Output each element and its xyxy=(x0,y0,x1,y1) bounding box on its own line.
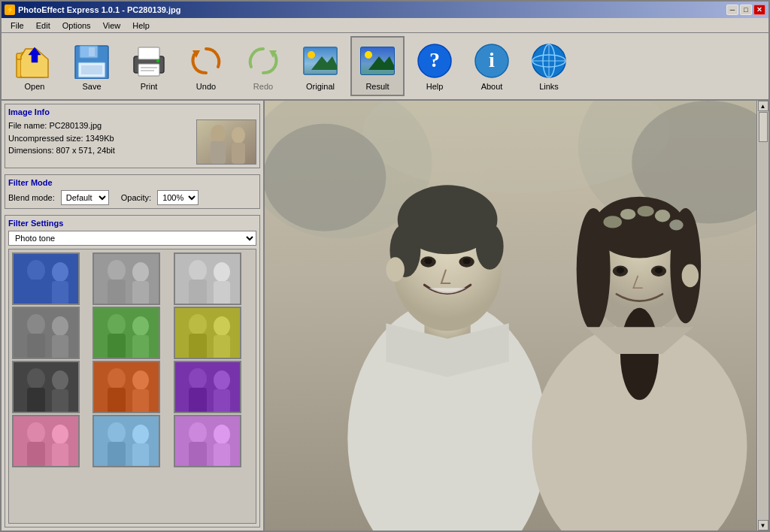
redo-label: Redo xyxy=(253,82,273,91)
undo-label: Undo xyxy=(196,82,216,91)
save-button[interactable]: Save xyxy=(65,36,119,96)
open-label: Open xyxy=(25,82,45,91)
menu-file[interactable]: File xyxy=(5,20,30,32)
svg-point-82 xyxy=(189,368,207,389)
svg-point-126 xyxy=(620,209,635,219)
dimensions-row: Dimensions: 807 x 571, 24bit xyxy=(8,144,190,157)
svg-point-72 xyxy=(27,368,45,389)
about-label: About xyxy=(481,82,503,91)
filter-thumb-5[interactable] xyxy=(92,307,160,359)
svg-rect-43 xyxy=(27,280,45,305)
help-button[interactable]: ? Help xyxy=(408,36,462,96)
svg-rect-50 xyxy=(132,281,149,305)
right-scrollbar[interactable]: ▲ ▼ xyxy=(756,101,768,530)
svg-point-129 xyxy=(669,219,683,230)
svg-rect-90 xyxy=(52,443,68,467)
redo-button[interactable]: Redo xyxy=(236,36,290,96)
links-icon xyxy=(529,41,568,80)
filter-mode-row: Blend mode: Default Normal Multiply Scre… xyxy=(8,190,256,205)
toolbar: Open Save xyxy=(2,33,768,101)
filter-thumb-11[interactable] xyxy=(92,415,160,467)
filter-thumb-7[interactable] xyxy=(12,361,80,413)
filter-thumb-6[interactable] xyxy=(174,307,241,359)
close-button[interactable]: ✕ xyxy=(753,5,765,15)
svg-rect-10 xyxy=(81,65,102,74)
svg-point-22 xyxy=(308,51,315,59)
svg-rect-91 xyxy=(94,416,160,467)
svg-point-128 xyxy=(655,210,670,222)
maximize-button[interactable]: □ xyxy=(740,5,752,15)
svg-point-115 xyxy=(424,258,432,264)
svg-rect-53 xyxy=(189,280,207,305)
window-title: PhotoEffect Express 1.0.1 - PC280139.jpg xyxy=(18,5,180,14)
filter-thumb-10[interactable] xyxy=(12,415,80,467)
svg-rect-88 xyxy=(27,442,45,467)
open-button[interactable]: Open xyxy=(8,36,62,96)
svg-rect-55 xyxy=(214,281,230,305)
svg-rect-15 xyxy=(141,70,154,71)
svg-rect-68 xyxy=(189,334,207,359)
svg-rect-95 xyxy=(132,443,149,467)
print-button[interactable]: Print xyxy=(122,36,176,96)
filter-thumb-8[interactable] xyxy=(92,361,160,413)
svg-point-99 xyxy=(214,425,230,444)
title-bar-left: ⚡ PhotoEffect Express 1.0.1 - PC280139.j… xyxy=(5,5,180,15)
result-button[interactable]: Result xyxy=(350,36,405,96)
filter-name-select[interactable]: Photo tone Blur Sharpen Emboss xyxy=(8,231,256,246)
filter-thumb-1[interactable] xyxy=(12,252,80,305)
size-value: 1349Kb xyxy=(86,134,114,143)
opacity-select[interactable]: 100% 90% 80% 70% 60% 50% xyxy=(157,190,199,205)
links-label: Links xyxy=(539,82,559,91)
menu-help[interactable]: Help xyxy=(126,20,156,32)
about-button[interactable]: i About xyxy=(465,36,519,96)
undo-button[interactable]: Undo xyxy=(179,36,233,96)
svg-rect-66 xyxy=(175,308,241,359)
svg-rect-93 xyxy=(108,442,126,467)
menu-bar: File Edit Options View Help xyxy=(2,18,768,33)
svg-rect-83 xyxy=(189,388,207,413)
links-button[interactable]: Links xyxy=(522,36,576,96)
menu-edit[interactable]: Edit xyxy=(30,20,56,32)
filter-thumb-2[interactable] xyxy=(92,252,160,305)
filter-mode-title: Filter Mode xyxy=(8,178,256,187)
filter-thumb-4[interactable] xyxy=(12,307,80,359)
image-thumbnail xyxy=(196,119,256,165)
dimensions-label: Dimensions: xyxy=(8,146,56,155)
blend-mode-select[interactable]: Default Normal Multiply Screen xyxy=(61,190,109,205)
minimize-button[interactable]: ─ xyxy=(726,5,738,15)
dimensions-value: 807 x 571, 24bit xyxy=(56,146,115,155)
original-button[interactable]: Original xyxy=(293,36,347,96)
scroll-down-button[interactable]: ▼ xyxy=(758,520,768,530)
svg-point-42 xyxy=(27,260,45,281)
svg-rect-98 xyxy=(189,442,207,467)
svg-point-16 xyxy=(156,59,159,62)
svg-rect-81 xyxy=(175,362,241,413)
svg-point-77 xyxy=(108,368,126,389)
menu-view[interactable]: View xyxy=(97,20,127,32)
original-label: Original xyxy=(306,82,335,91)
title-bar-buttons: ─ □ ✕ xyxy=(726,5,765,15)
redo-icon xyxy=(244,41,283,80)
filter-dropdown-row: Photo tone Blur Sharpen Emboss xyxy=(8,231,256,246)
menu-options[interactable]: Options xyxy=(56,20,97,32)
scroll-up-button[interactable]: ▲ xyxy=(758,101,768,111)
scroll-track[interactable] xyxy=(758,111,768,520)
main-image-area xyxy=(265,101,768,530)
svg-point-97 xyxy=(189,422,207,443)
svg-rect-85 xyxy=(214,389,230,413)
result-icon xyxy=(358,41,397,80)
save-label: Save xyxy=(82,82,101,91)
main-window: ⚡ PhotoEffect Express 1.0.1 - PC280139.j… xyxy=(0,0,770,532)
image-info-content: File name: PC280139.jpg Uncompressed siz… xyxy=(8,119,256,165)
filter-thumb-12[interactable] xyxy=(174,415,241,467)
scroll-thumb[interactable] xyxy=(759,112,768,142)
svg-rect-86 xyxy=(14,416,80,467)
svg-rect-40 xyxy=(232,143,245,164)
filter-thumb-3[interactable] xyxy=(174,252,241,305)
svg-rect-46 xyxy=(94,254,160,305)
svg-point-39 xyxy=(232,127,245,144)
title-bar: ⚡ PhotoEffect Express 1.0.1 - PC280139.j… xyxy=(2,2,768,18)
svg-rect-78 xyxy=(108,388,126,413)
filter-grid-container[interactable] xyxy=(8,249,256,524)
filter-thumb-9[interactable] xyxy=(174,361,241,413)
